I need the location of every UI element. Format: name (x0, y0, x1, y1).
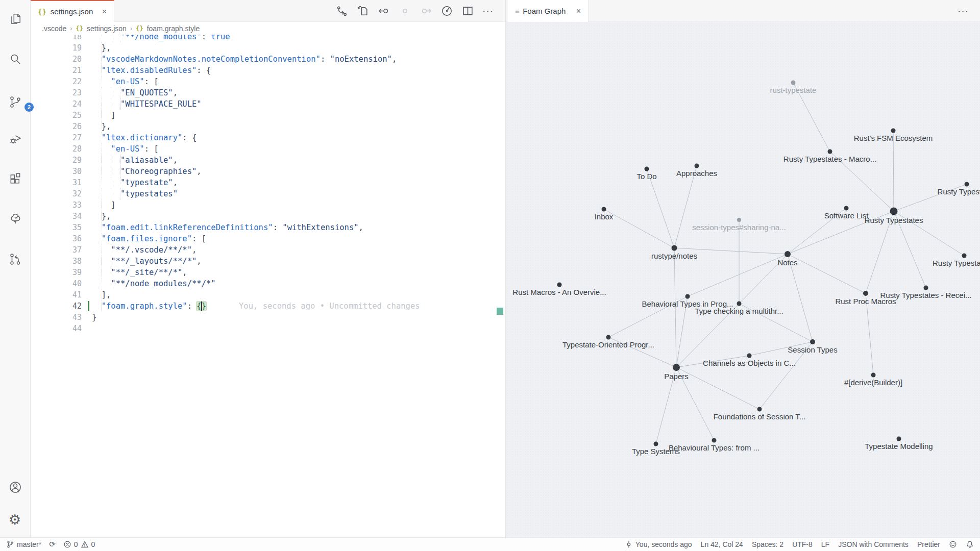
graph-node[interactable] (785, 251, 791, 257)
graph-node-label[interactable]: Rusty Typestates (938, 187, 980, 196)
graph-node-label[interactable]: Type checking a multithr... (695, 307, 783, 315)
close-icon[interactable]: × (102, 8, 107, 16)
graph-node[interactable] (828, 149, 832, 154)
open-changes-icon[interactable] (336, 5, 349, 17)
code-line[interactable]: 37 "**/.vscode/**/*", (31, 244, 505, 256)
tab-settings-json[interactable]: {} settings.json × (31, 0, 114, 22)
graph-node-label[interactable]: Rusty Typestates - Macro... (783, 155, 876, 163)
code-line[interactable]: 20 "vscodeMarkdownNotes.noteCompletionCo… (31, 54, 505, 65)
code-line[interactable]: 44 (31, 323, 505, 334)
cursor-position[interactable]: Ln 42, Col 24 (701, 540, 743, 548)
code-line[interactable]: 36 "foam.files.ignore": [ (31, 233, 505, 244)
graph-node[interactable] (654, 442, 658, 446)
search-icon[interactable] (9, 53, 22, 66)
formatter-status[interactable]: Prettier (917, 540, 940, 548)
code-line[interactable]: 28 "en-US": [ (31, 143, 505, 155)
code-line[interactable]: 27 "ltex.dictionary": { (31, 132, 505, 143)
extensions-icon[interactable] (9, 172, 22, 186)
code-line[interactable]: 24 "WHITESPACE_RULE" (31, 98, 505, 110)
graph-node[interactable] (685, 294, 690, 299)
graph-node[interactable] (924, 286, 928, 290)
code-line[interactable]: 29 "aliasable", (31, 155, 505, 166)
graph-node[interactable] (890, 208, 898, 215)
code-line[interactable]: 38 "**/_layouts/**/*", (31, 256, 505, 267)
graph-node[interactable] (672, 245, 677, 251)
graph-node-label[interactable]: Foundations of Session T... (714, 412, 806, 421)
graph-node-label[interactable]: Typestate-Oriented Progr... (562, 340, 654, 349)
encoding-status[interactable]: UTF-8 (792, 540, 813, 548)
graph-node-label[interactable]: Rusty Typestates (865, 216, 923, 224)
branch-status[interactable]: master* (6, 540, 41, 548)
language-mode[interactable]: JSON with Comments (838, 540, 909, 548)
graph-node[interactable] (863, 291, 868, 296)
run-debug-icon[interactable] (9, 132, 22, 145)
code-line[interactable]: 42 "foam.graph.style": {}You, seconds ag… (31, 300, 505, 312)
graph-node[interactable] (962, 254, 967, 258)
graph-node-label[interactable]: Notes (777, 258, 797, 267)
graph-node[interactable] (602, 207, 606, 212)
feedback-icon[interactable] (949, 540, 957, 548)
tab-foam-graph[interactable]: ≡ Foam Graph × (508, 0, 589, 22)
graph-node[interactable] (737, 302, 742, 306)
split-editor-icon[interactable] (461, 5, 474, 17)
graph-node-label[interactable]: session-types#sharing-na... (692, 223, 786, 232)
graph-canvas[interactable]: rust-typestateRust's FSM EcosystemRusty … (506, 22, 980, 537)
graph-node[interactable] (965, 182, 969, 187)
code-line[interactable]: 34 }, (31, 211, 505, 222)
graph-node-label[interactable]: Software List (824, 211, 869, 220)
code-line[interactable]: 39 "**/_site/**/*", (31, 267, 505, 278)
notifications-bell-icon[interactable] (966, 540, 974, 548)
graph-node-label[interactable]: Behavioural Types: from ... (669, 443, 760, 452)
settings-gear-icon[interactable]: ⚙ (9, 513, 22, 527)
code-line[interactable]: 18 "**/node_modules": true (31, 35, 505, 42)
blame-status[interactable]: You, seconds ago (625, 540, 692, 548)
graph-node-label[interactable]: Papers (664, 372, 689, 381)
gitlens-icon[interactable] (9, 253, 22, 266)
graph-node[interactable] (791, 81, 796, 85)
graph-node[interactable] (645, 167, 649, 171)
code-line[interactable]: 35 "foam.edit.linkReferenceDefinitions":… (31, 222, 505, 233)
graph-node-label[interactable]: Rust Macros - An Overvie... (512, 288, 606, 296)
previous-change-icon[interactable] (378, 5, 390, 17)
graph-node-label[interactable]: Rust's FSM Ecosystem (854, 134, 933, 142)
graph-node[interactable] (871, 373, 876, 378)
graph-node-label[interactable]: Channels as Objects in C... (703, 359, 796, 367)
graph-node-label[interactable]: Rusty Typestates - (933, 259, 980, 267)
account-icon[interactable] (9, 481, 22, 494)
code-editor[interactable]: 18 "**/node_modules": true19 },20 "vscod… (31, 35, 505, 537)
more-actions-icon[interactable]: ··· (958, 5, 969, 17)
code-line[interactable]: 30 "Choreographies", (31, 166, 505, 177)
code-line[interactable]: 43} (31, 312, 505, 323)
next-change-icon[interactable] (420, 5, 432, 17)
code-line[interactable]: 21 "ltex.disabledRules": { (31, 65, 505, 76)
breadcrumb-file[interactable]: settings.json (87, 24, 127, 33)
code-line[interactable]: 41 ], (31, 289, 505, 300)
graph-node-label[interactable]: rustype/notes (651, 252, 697, 260)
code-line[interactable]: 19 }, (31, 42, 505, 54)
graph-node-label[interactable]: Session Types (788, 345, 837, 354)
graph-node[interactable] (757, 407, 762, 412)
more-actions-icon[interactable]: ··· (482, 5, 494, 17)
code-line[interactable]: 40 "**/node_modules/**/*" (31, 278, 505, 289)
sync-status[interactable]: ⟳ (49, 540, 56, 549)
graph-node[interactable] (712, 438, 717, 443)
breadcrumb-symbol[interactable]: foam.graph.style (147, 24, 200, 33)
code-line[interactable]: 22 "en-US": [ (31, 76, 505, 87)
graph-node-label[interactable]: Typestate Modelling (865, 442, 933, 450)
code-line[interactable]: 25 ] (31, 110, 505, 121)
graph-node[interactable] (897, 437, 901, 441)
code-line[interactable]: 26 }, (31, 121, 505, 132)
explorer-icon[interactable] (9, 12, 22, 26)
graph-node[interactable] (737, 218, 741, 222)
close-icon[interactable]: × (576, 7, 581, 15)
code-line[interactable]: 23 "EN_QUOTES", (31, 87, 505, 98)
todo-tree-icon[interactable] (9, 212, 22, 226)
graph-node-label[interactable]: Rust Proc Macros (835, 297, 896, 306)
graph-node[interactable] (810, 339, 815, 344)
change-dot-icon[interactable] (399, 5, 411, 17)
code-line[interactable]: 32 "typestates" (31, 188, 505, 199)
breadcrumb-folder[interactable]: .vscode (42, 24, 66, 33)
graph-node[interactable] (747, 354, 752, 358)
eol-status[interactable]: LF (821, 540, 829, 548)
graph-node[interactable] (673, 364, 680, 371)
